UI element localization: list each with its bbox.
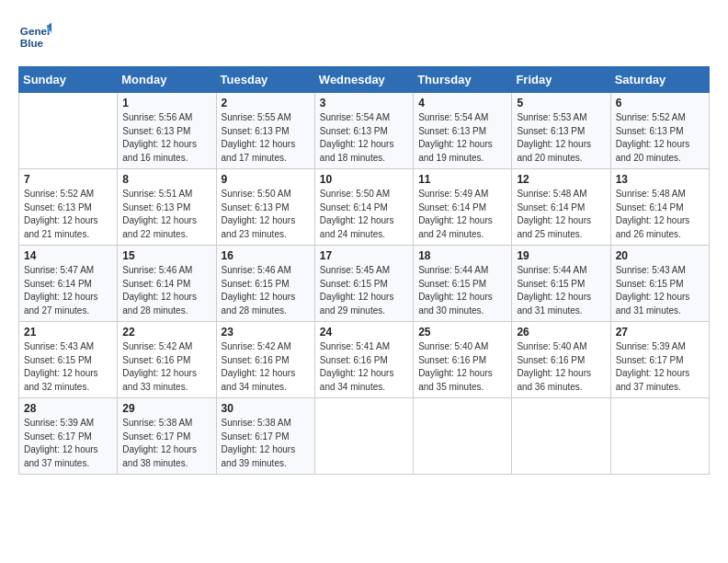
day-cell: 24Sunrise: 5:41 AM Sunset: 6:16 PM Dayli… [314, 322, 413, 398]
day-info: Sunrise: 5:54 AM Sunset: 6:13 PM Dayligh… [418, 111, 506, 165]
day-cell: 6Sunrise: 5:52 AM Sunset: 6:13 PM Daylig… [610, 93, 709, 169]
day-number: 24 [320, 326, 408, 339]
day-cell: 5Sunrise: 5:53 AM Sunset: 6:13 PM Daylig… [512, 93, 610, 169]
day-number: 28 [24, 402, 112, 415]
day-cell: 11Sunrise: 5:49 AM Sunset: 6:14 PM Dayli… [414, 169, 512, 246]
day-cell: 16Sunrise: 5:46 AM Sunset: 6:15 PM Dayli… [216, 246, 314, 322]
day-info: Sunrise: 5:42 AM Sunset: 6:16 PM Dayligh… [222, 340, 310, 394]
day-cell: 14Sunrise: 5:47 AM Sunset: 6:14 PM Dayli… [19, 246, 118, 322]
day-info: Sunrise: 5:48 AM Sunset: 6:14 PM Dayligh… [517, 188, 605, 241]
day-number: 1 [122, 97, 210, 109]
day-number: 21 [24, 326, 112, 339]
logo-icon: General Blue [18, 18, 51, 52]
day-cell [19, 93, 118, 169]
day-number: 26 [517, 326, 605, 339]
day-number: 13 [616, 173, 704, 186]
day-number: 12 [517, 173, 605, 186]
day-cell: 10Sunrise: 5:50 AM Sunset: 6:14 PM Dayli… [314, 169, 413, 246]
week-row-4: 21Sunrise: 5:43 AM Sunset: 6:15 PM Dayli… [19, 322, 710, 398]
day-cell: 26Sunrise: 5:40 AM Sunset: 6:16 PM Dayli… [512, 322, 610, 398]
day-number: 25 [418, 326, 506, 339]
day-cell: 7Sunrise: 5:52 AM Sunset: 6:13 PM Daylig… [19, 169, 118, 246]
week-row-3: 14Sunrise: 5:47 AM Sunset: 6:14 PM Dayli… [19, 246, 710, 322]
day-cell: 28Sunrise: 5:39 AM Sunset: 6:17 PM Dayli… [19, 398, 118, 475]
day-cell [414, 398, 512, 475]
day-cell [314, 398, 413, 475]
day-info: Sunrise: 5:43 AM Sunset: 6:15 PM Dayligh… [616, 264, 704, 317]
week-row-2: 7Sunrise: 5:52 AM Sunset: 6:13 PM Daylig… [19, 169, 710, 246]
day-cell [610, 398, 709, 475]
day-info: Sunrise: 5:47 AM Sunset: 6:14 PM Dayligh… [24, 264, 112, 317]
day-number: 3 [320, 97, 408, 109]
day-cell: 9Sunrise: 5:50 AM Sunset: 6:13 PM Daylig… [216, 169, 314, 246]
day-cell: 3Sunrise: 5:54 AM Sunset: 6:13 PM Daylig… [314, 93, 413, 169]
col-header-wednesday: Wednesday [314, 67, 413, 93]
week-row-1: 1Sunrise: 5:56 AM Sunset: 6:13 PM Daylig… [19, 93, 710, 169]
day-number: 20 [616, 249, 704, 262]
day-info: Sunrise: 5:50 AM Sunset: 6:14 PM Dayligh… [320, 188, 408, 241]
calendar-table: SundayMondayTuesdayWednesdayThursdayFrid… [18, 66, 710, 475]
day-info: Sunrise: 5:52 AM Sunset: 6:13 PM Dayligh… [24, 188, 112, 241]
day-info: Sunrise: 5:41 AM Sunset: 6:16 PM Dayligh… [320, 340, 408, 394]
day-number: 6 [616, 97, 704, 109]
day-cell: 19Sunrise: 5:44 AM Sunset: 6:15 PM Dayli… [512, 246, 610, 322]
col-header-monday: Monday [118, 67, 216, 93]
day-cell: 23Sunrise: 5:42 AM Sunset: 6:16 PM Dayli… [216, 322, 314, 398]
day-number: 17 [320, 249, 408, 262]
svg-text:General: General [20, 25, 51, 37]
day-info: Sunrise: 5:38 AM Sunset: 6:17 PM Dayligh… [122, 417, 210, 470]
day-info: Sunrise: 5:39 AM Sunset: 6:17 PM Dayligh… [616, 340, 704, 394]
day-info: Sunrise: 5:54 AM Sunset: 6:13 PM Dayligh… [320, 111, 408, 165]
day-number: 14 [24, 249, 112, 262]
day-info: Sunrise: 5:51 AM Sunset: 6:13 PM Dayligh… [122, 188, 210, 241]
day-info: Sunrise: 5:55 AM Sunset: 6:13 PM Dayligh… [222, 111, 310, 165]
day-cell: 27Sunrise: 5:39 AM Sunset: 6:17 PM Dayli… [610, 322, 709, 398]
day-info: Sunrise: 5:43 AM Sunset: 6:15 PM Dayligh… [24, 340, 112, 394]
day-number: 30 [222, 402, 310, 415]
day-number: 23 [222, 326, 310, 339]
col-header-friday: Friday [512, 67, 610, 93]
day-info: Sunrise: 5:50 AM Sunset: 6:13 PM Dayligh… [222, 188, 310, 241]
day-number: 9 [222, 173, 310, 186]
page-header: General Blue [18, 18, 710, 52]
day-cell: 21Sunrise: 5:43 AM Sunset: 6:15 PM Dayli… [19, 322, 118, 398]
day-info: Sunrise: 5:38 AM Sunset: 6:17 PM Dayligh… [222, 417, 310, 470]
day-info: Sunrise: 5:42 AM Sunset: 6:16 PM Dayligh… [122, 340, 210, 394]
day-number: 27 [616, 326, 704, 339]
day-number: 16 [222, 249, 310, 262]
day-info: Sunrise: 5:46 AM Sunset: 6:14 PM Dayligh… [122, 264, 210, 317]
day-number: 10 [320, 173, 408, 186]
day-info: Sunrise: 5:49 AM Sunset: 6:14 PM Dayligh… [418, 188, 506, 241]
day-number: 5 [517, 97, 605, 109]
day-cell: 20Sunrise: 5:43 AM Sunset: 6:15 PM Dayli… [610, 246, 709, 322]
day-info: Sunrise: 5:40 AM Sunset: 6:16 PM Dayligh… [517, 340, 605, 394]
day-cell: 2Sunrise: 5:55 AM Sunset: 6:13 PM Daylig… [216, 93, 314, 169]
day-cell: 1Sunrise: 5:56 AM Sunset: 6:13 PM Daylig… [118, 93, 216, 169]
col-header-tuesday: Tuesday [216, 67, 314, 93]
day-cell: 22Sunrise: 5:42 AM Sunset: 6:16 PM Dayli… [118, 322, 216, 398]
day-info: Sunrise: 5:39 AM Sunset: 6:17 PM Dayligh… [24, 417, 112, 470]
col-header-thursday: Thursday [414, 67, 512, 93]
day-cell: 12Sunrise: 5:48 AM Sunset: 6:14 PM Dayli… [512, 169, 610, 246]
day-number: 19 [517, 249, 605, 262]
day-info: Sunrise: 5:52 AM Sunset: 6:13 PM Dayligh… [616, 111, 704, 165]
day-cell: 17Sunrise: 5:45 AM Sunset: 6:15 PM Dayli… [314, 246, 413, 322]
day-info: Sunrise: 5:44 AM Sunset: 6:15 PM Dayligh… [517, 264, 605, 317]
day-number: 7 [24, 173, 112, 186]
day-cell [512, 398, 610, 475]
col-header-sunday: Sunday [19, 67, 118, 93]
day-cell: 4Sunrise: 5:54 AM Sunset: 6:13 PM Daylig… [414, 93, 512, 169]
day-cell: 30Sunrise: 5:38 AM Sunset: 6:17 PM Dayli… [216, 398, 314, 475]
day-info: Sunrise: 5:53 AM Sunset: 6:13 PM Dayligh… [517, 111, 605, 165]
day-info: Sunrise: 5:44 AM Sunset: 6:15 PM Dayligh… [418, 264, 506, 317]
day-cell: 25Sunrise: 5:40 AM Sunset: 6:16 PM Dayli… [414, 322, 512, 398]
day-number: 2 [222, 97, 310, 109]
day-number: 8 [122, 173, 210, 186]
col-header-saturday: Saturday [610, 67, 709, 93]
day-info: Sunrise: 5:40 AM Sunset: 6:16 PM Dayligh… [418, 340, 506, 394]
svg-text:Blue: Blue [20, 37, 44, 49]
day-number: 15 [122, 249, 210, 262]
week-row-5: 28Sunrise: 5:39 AM Sunset: 6:17 PM Dayli… [19, 398, 710, 475]
logo: General Blue [18, 18, 57, 52]
day-info: Sunrise: 5:45 AM Sunset: 6:15 PM Dayligh… [320, 264, 408, 317]
